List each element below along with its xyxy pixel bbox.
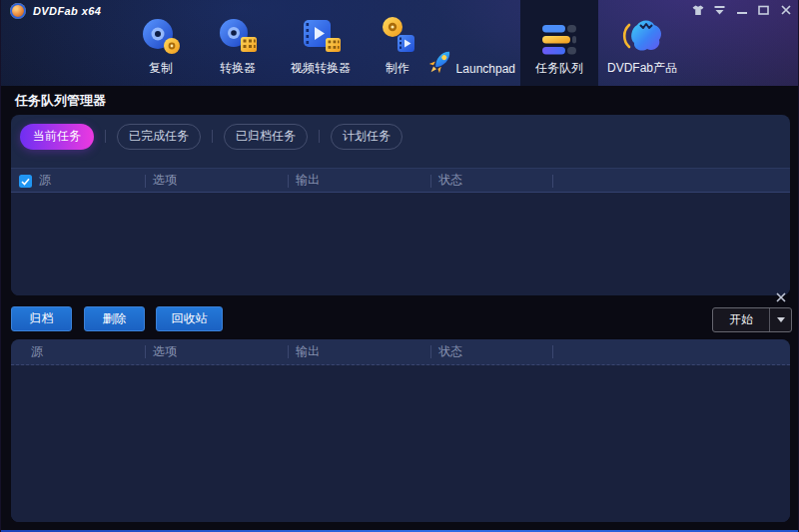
page-title: 任务队列管理器 [15, 92, 106, 110]
copy-disc-icon [139, 16, 183, 56]
dvdfab-logo-icon [10, 3, 26, 19]
select-all-checkbox[interactable] [19, 175, 32, 188]
tab-archived-tasks[interactable]: 已归档任务 [224, 124, 308, 150]
tab-scheduled-tasks[interactable]: 计划任务 [331, 124, 402, 150]
nav-label: 任务队列 [535, 60, 583, 77]
col-source: 源 [39, 169, 51, 192]
nav-label: DVDFab产品 [607, 60, 677, 77]
start-button-label[interactable]: 开始 [713, 308, 769, 331]
tab-completed-tasks[interactable]: 已完成任务 [117, 124, 201, 150]
col-options: 选项 [153, 339, 177, 364]
minimize-icon[interactable] [735, 4, 748, 16]
check-icon [21, 178, 30, 186]
task-queue-icon [539, 24, 579, 56]
nav-item-products[interactable]: DVDFab产品 [600, 0, 684, 86]
theme-shirt-icon[interactable] [691, 4, 704, 16]
column-separator [288, 345, 289, 358]
start-button[interactable]: 开始 [712, 307, 792, 332]
nav-item-task-queue[interactable]: 任务队列 [520, 0, 598, 86]
queue-panel: 源 选项 输出 状态 [11, 339, 790, 522]
tab-separator [319, 130, 320, 143]
panel-close-icon[interactable] [775, 291, 787, 303]
column-separator [552, 175, 553, 188]
column-separator [430, 175, 431, 188]
app-window: DVDFab x64 [0, 0, 799, 532]
column-separator [145, 175, 146, 188]
tab-current-tasks[interactable]: 当前任务 [20, 124, 94, 150]
converter-icon [216, 16, 260, 56]
chevron-down-icon [777, 317, 785, 322]
nav-label: 制作 [386, 60, 409, 77]
task-tabs: 当前任务 已完成任务 已归档任务 计划任务 [20, 123, 402, 150]
window-controls [691, 4, 792, 16]
col-source: 源 [31, 339, 43, 364]
current-table-body [11, 193, 790, 295]
products-icon [620, 18, 664, 56]
nav-label: 转换器 [220, 60, 256, 77]
current-table-header: 源 选项 输出 状态 [11, 168, 790, 193]
topbar: DVDFab x64 [1, 0, 798, 86]
queue-table-header: 源 选项 输出 状态 [11, 339, 790, 365]
start-dropdown[interactable] [769, 308, 791, 331]
app-title: DVDFab x64 [33, 5, 101, 17]
tab-separator [105, 130, 106, 143]
nav-item-video-converter[interactable]: 视频转换器 [276, 0, 366, 86]
video-converter-icon [299, 16, 343, 56]
current-tasks-panel: 当前任务 已完成任务 已归档任务 计划任务 源 选项 输出 状态 [11, 115, 790, 295]
column-separator [288, 175, 289, 188]
nav-item-converter[interactable]: 转换器 [203, 0, 273, 86]
col-output: 输出 [296, 169, 320, 192]
nav-label: Launchpad [456, 62, 515, 76]
column-separator [430, 345, 431, 358]
col-status: 状态 [438, 339, 462, 364]
column-separator [552, 345, 553, 358]
creator-icon [378, 16, 417, 56]
nav-label: 复制 [149, 60, 173, 77]
queue-table-body [11, 365, 790, 522]
archive-button[interactable]: 归档 [11, 306, 72, 331]
close-icon[interactable] [779, 4, 792, 16]
nav-label: 视频转换器 [291, 60, 351, 77]
launchpad-rocket-icon [425, 46, 455, 78]
col-status: 状态 [438, 169, 462, 192]
nav-item-copy[interactable]: 复制 [126, 0, 196, 86]
menu-dropdown-icon[interactable] [713, 4, 726, 16]
maximize-icon[interactable] [757, 4, 770, 16]
col-options: 选项 [153, 169, 177, 192]
delete-button[interactable]: 删除 [84, 306, 145, 331]
col-output: 输出 [296, 339, 320, 364]
tab-separator [212, 130, 213, 143]
nav-item-launchpad[interactable]: Launchpad [425, 0, 515, 86]
recycle-bin-button[interactable]: 回收站 [156, 306, 223, 331]
column-separator [145, 345, 146, 358]
nav-item-creator[interactable]: 制作 [363, 0, 432, 86]
